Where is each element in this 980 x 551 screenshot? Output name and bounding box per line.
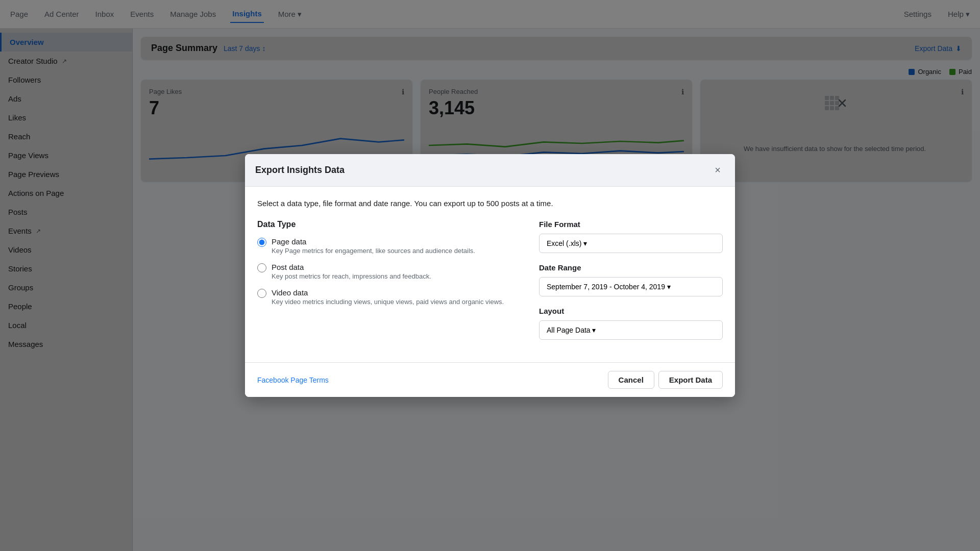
layout-select[interactable]: All Page Data ▾ xyxy=(539,320,723,340)
data-type-section-title: Data Type xyxy=(257,220,519,229)
radio-label-video-data[interactable]: Video data Key video metrics including v… xyxy=(257,288,519,306)
radio-label-post-data[interactable]: Post data Key post metrics for reach, im… xyxy=(257,263,519,280)
radio-text-post-data: Post data Key post metrics for reach, im… xyxy=(272,263,431,280)
date-range-group: Date Range September 7, 2019 - October 4… xyxy=(539,263,723,296)
modal-body: Select a data type, file format and date… xyxy=(245,187,735,362)
file-format-select[interactable]: Excel (.xls) ▾ xyxy=(539,234,723,253)
radio-text-video-data: Video data Key video metrics including v… xyxy=(272,288,504,306)
modal-footer: Facebook Page Terms Cancel Export Data xyxy=(245,362,735,397)
radio-option-video-data: Video data Key video metrics including v… xyxy=(257,288,519,306)
modal-close-button[interactable]: × xyxy=(710,162,725,178)
layout-label: Layout xyxy=(539,307,723,315)
footer-buttons: Cancel Export Data xyxy=(608,371,723,389)
radio-input-post-data[interactable] xyxy=(257,263,266,272)
modal-overlay: Export Insights Data × Select a data typ… xyxy=(0,0,980,551)
file-format-value: Excel (.xls) ▾ xyxy=(547,239,587,247)
radio-title-page-data: Page data xyxy=(272,237,475,246)
date-range-value: September 7, 2019 - October 4, 2019 ▾ xyxy=(547,283,671,291)
radio-input-page-data[interactable] xyxy=(257,238,266,247)
modal-header: Export Insights Data × xyxy=(245,154,735,187)
modal-left-column: Data Type Page data Key Page metrics for… xyxy=(257,220,519,350)
file-format-label: File Format xyxy=(539,220,723,229)
date-range-label: Date Range xyxy=(539,263,723,272)
layout-group: Layout All Page Data ▾ xyxy=(539,307,723,340)
modal-right-column: File Format Excel (.xls) ▾ Date Range Se… xyxy=(539,220,723,350)
radio-label-page-data[interactable]: Page data Key Page metrics for engagemen… xyxy=(257,237,519,255)
radio-title-video-data: Video data xyxy=(272,288,504,297)
export-data-button[interactable]: Export Data xyxy=(658,371,723,389)
cancel-button[interactable]: Cancel xyxy=(608,371,654,389)
file-format-group: File Format Excel (.xls) ▾ xyxy=(539,220,723,253)
modal-title: Export Insights Data xyxy=(255,165,345,176)
date-range-select[interactable]: September 7, 2019 - October 4, 2019 ▾ xyxy=(539,277,723,296)
radio-desc-page-data: Key Page metrics for engagement, like so… xyxy=(272,247,475,255)
radio-desc-video-data: Key video metrics including views, uniqu… xyxy=(272,298,504,306)
radio-title-post-data: Post data xyxy=(272,263,431,271)
radio-option-page-data: Page data Key Page metrics for engagemen… xyxy=(257,237,519,255)
layout-value: All Page Data ▾ xyxy=(547,326,596,334)
export-insights-modal: Export Insights Data × Select a data typ… xyxy=(245,154,735,397)
modal-columns: Data Type Page data Key Page metrics for… xyxy=(257,220,723,350)
facebook-page-terms-link[interactable]: Facebook Page Terms xyxy=(257,376,329,384)
radio-option-post-data: Post data Key post metrics for reach, im… xyxy=(257,263,519,280)
radio-input-video-data[interactable] xyxy=(257,289,266,298)
radio-desc-post-data: Key post metrics for reach, impressions … xyxy=(272,272,431,280)
modal-description: Select a data type, file format and date… xyxy=(257,199,723,208)
radio-text-page-data: Page data Key Page metrics for engagemen… xyxy=(272,237,475,255)
